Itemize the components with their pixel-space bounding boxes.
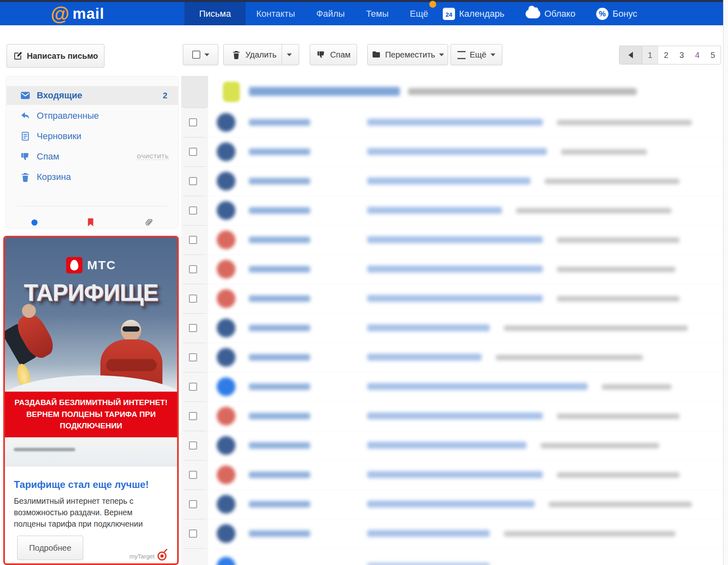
folder-Корзина[interactable]: Корзина bbox=[7, 168, 178, 186]
move-button[interactable]: Переместить bbox=[367, 44, 448, 65]
email-row[interactable] bbox=[181, 196, 723, 226]
email-checkbox[interactable] bbox=[189, 530, 197, 538]
select-checkbox[interactable] bbox=[192, 51, 200, 59]
prev-page-button[interactable] bbox=[619, 46, 642, 64]
attachment-icon[interactable] bbox=[141, 215, 156, 230]
email-checkbox[interactable] bbox=[189, 236, 197, 244]
subject-blurred bbox=[367, 324, 490, 331]
email-row[interactable] bbox=[181, 490, 723, 519]
page-4[interactable]: 4 bbox=[690, 46, 705, 64]
more-button[interactable]: Ещё bbox=[451, 44, 502, 65]
folder-Черновики[interactable]: Черновики bbox=[7, 127, 178, 146]
delete-button[interactable]: Удалить bbox=[223, 44, 299, 65]
tab-Ещё[interactable]: Ещё bbox=[399, 2, 439, 25]
snippet-blurred bbox=[516, 208, 671, 213]
email-row[interactable] bbox=[181, 284, 723, 314]
sender-name-blurred bbox=[249, 383, 310, 390]
app-label: Бонус bbox=[613, 9, 637, 19]
email-checkbox[interactable] bbox=[189, 118, 197, 126]
email-checkbox[interactable] bbox=[189, 148, 197, 156]
sender-avatar bbox=[217, 289, 235, 308]
email-checkbox[interactable] bbox=[189, 441, 197, 450]
ad-title: ТАРИФИЩЕ bbox=[5, 279, 177, 306]
ad-red-banner: РАЗДАВАЙ БЕЗЛИМИТНЫЙ ИНТЕРНЕТ! ВЕРНЕМ ПО… bbox=[5, 392, 177, 437]
sender-name-blurred bbox=[249, 148, 310, 155]
page-1[interactable]: 1 bbox=[642, 46, 658, 64]
row-separator bbox=[184, 137, 206, 137]
page-2[interactable]: 2 bbox=[658, 46, 674, 64]
app-Бонус[interactable]: %Бонус bbox=[596, 2, 637, 25]
email-checkbox[interactable] bbox=[189, 471, 197, 479]
email-checkbox[interactable] bbox=[189, 383, 197, 391]
email-row[interactable] bbox=[181, 401, 723, 431]
email-row[interactable] bbox=[181, 372, 723, 402]
folder-Отправленные[interactable]: Отправленные bbox=[7, 106, 178, 125]
folder-Входящие[interactable]: Входящие2 bbox=[7, 86, 178, 105]
email-checkbox[interactable] bbox=[189, 324, 197, 332]
email-checkbox[interactable] bbox=[189, 353, 197, 361]
select-all-button[interactable] bbox=[183, 44, 218, 65]
clear-spam-link[interactable]: ОЧИСТИТЬ bbox=[137, 153, 169, 160]
email-checkbox[interactable] bbox=[189, 295, 197, 303]
spam-button[interactable]: Спам bbox=[310, 44, 357, 65]
scrollbar-track[interactable] bbox=[723, 0, 728, 565]
unread-dot-icon[interactable] bbox=[31, 219, 38, 226]
email-checkbox[interactable] bbox=[189, 177, 197, 185]
email-row[interactable] bbox=[181, 313, 723, 343]
email-row[interactable] bbox=[181, 460, 723, 490]
folders-panel: Входящие2ОтправленныеЧерновикиСпамОЧИСТИ… bbox=[6, 76, 179, 228]
tab-Контакты[interactable]: Контакты bbox=[246, 2, 306, 25]
app-Облако[interactable]: Облако bbox=[526, 2, 575, 25]
promo-icon bbox=[223, 82, 240, 102]
ad-fineprint bbox=[14, 448, 75, 451]
tab-Файлы[interactable]: Файлы bbox=[306, 2, 355, 25]
row-separator bbox=[184, 490, 206, 490]
app-Календарь[interactable]: 24Календарь bbox=[443, 2, 504, 25]
delete-dropdown[interactable] bbox=[282, 44, 297, 65]
row-separator bbox=[184, 196, 206, 196]
row-separator bbox=[184, 548, 206, 549]
email-checkbox[interactable] bbox=[189, 265, 197, 273]
compose-button[interactable]: Написать письмо bbox=[7, 44, 104, 68]
sender-avatar bbox=[217, 319, 235, 337]
mailru-logo[interactable]: @ mail bbox=[51, 2, 104, 25]
email-row[interactable] bbox=[181, 431, 723, 461]
calendar-icon: 24 bbox=[443, 8, 455, 20]
subject-blurred bbox=[367, 177, 530, 184]
tab-Письма[interactable]: Письма bbox=[184, 2, 246, 25]
page-5[interactable]: 5 bbox=[705, 46, 721, 64]
page-3[interactable]: 3 bbox=[674, 46, 689, 64]
email-row[interactable] bbox=[181, 343, 723, 372]
ad-banner[interactable]: МТС ТАРИФИЩЕ РАЗДАВАЙ БЕЗЛИМИТНЫЙ ИНТЕРН… bbox=[3, 236, 179, 565]
mailru-app: @ mail ПисьмаКонтактыФайлыТемыЕщё 24Кале… bbox=[0, 0, 728, 565]
flag-icon[interactable] bbox=[85, 217, 96, 228]
row-separator bbox=[184, 343, 206, 343]
ad-network[interactable]: myTarget bbox=[129, 552, 166, 561]
snippet-blurred bbox=[504, 531, 675, 536]
sender-name-blurred bbox=[249, 119, 310, 126]
email-checkbox[interactable] bbox=[189, 500, 197, 508]
email-checkbox[interactable] bbox=[189, 206, 197, 215]
tab-Темы[interactable]: Темы bbox=[355, 2, 399, 25]
email-checkbox[interactable] bbox=[189, 412, 197, 420]
email-row[interactable] bbox=[181, 108, 723, 137]
email-row[interactable] bbox=[181, 137, 723, 167]
promo-row[interactable] bbox=[181, 76, 723, 108]
sender-avatar bbox=[217, 348, 235, 367]
sender-avatar bbox=[217, 377, 235, 396]
email-row[interactable] bbox=[181, 225, 723, 255]
email-row[interactable] bbox=[181, 255, 723, 284]
email-row-partial[interactable] bbox=[181, 548, 723, 565]
snippet-blurred bbox=[496, 355, 643, 360]
email-row[interactable] bbox=[181, 519, 723, 549]
ad-details-button[interactable]: Подробнее bbox=[17, 536, 83, 560]
sender-avatar bbox=[217, 465, 235, 484]
page-numbers: 12345 bbox=[642, 46, 721, 64]
promo-link-blurred bbox=[249, 87, 400, 96]
folder-Спам[interactable]: СпамОЧИСТИТЬ bbox=[7, 147, 178, 166]
email-row[interactable] bbox=[181, 166, 723, 196]
snippet-blurred bbox=[504, 326, 688, 331]
ad-headline[interactable]: Тарифище стал еще лучше! bbox=[14, 479, 168, 490]
sender-name-blurred bbox=[249, 501, 310, 507]
chevron-down-icon bbox=[204, 53, 209, 56]
